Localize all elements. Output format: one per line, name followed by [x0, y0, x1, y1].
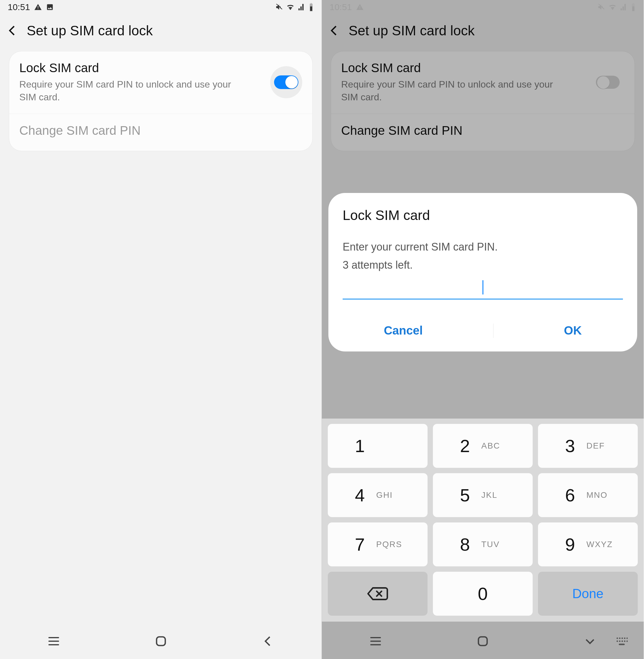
phone-screen-1: 10:51 Set up SIM card lock Lock SIM card…	[0, 0, 322, 659]
change-pin-row[interactable]: Change SIM card PIN	[9, 114, 312, 151]
page-title: Set up SIM card lock	[27, 23, 153, 39]
lock-sim-title: Lock SIM card	[19, 61, 245, 75]
back-icon[interactable]	[6, 24, 19, 37]
keyboard-switch-button[interactable]	[613, 632, 630, 650]
recents-button[interactable]	[367, 632, 385, 650]
change-pin-title: Change SIM card PIN	[19, 123, 302, 138]
warning-icon	[34, 3, 42, 11]
battery-icon	[308, 3, 314, 11]
pin-input[interactable]	[343, 276, 623, 300]
key-3[interactable]: 3DEF	[538, 424, 638, 468]
key-backspace[interactable]	[328, 572, 428, 616]
nav-bar	[0, 623, 322, 659]
svg-point-10	[624, 641, 626, 642]
key-4[interactable]: 4GHI	[328, 473, 428, 517]
ok-button[interactable]: OK	[552, 317, 594, 344]
svg-point-5	[624, 638, 626, 639]
app-bar: Set up SIM card lock	[0, 14, 322, 47]
lock-sim-subtitle: Require your SIM card PIN to unlock and …	[19, 78, 245, 103]
settings-card: Lock SIM card Require your SIM card PIN …	[9, 51, 313, 151]
status-time: 10:51	[8, 2, 30, 12]
home-button[interactable]	[152, 632, 170, 650]
key-8[interactable]: 8TUV	[433, 522, 533, 566]
recents-button[interactable]	[45, 632, 63, 650]
divider	[493, 324, 493, 338]
svg-rect-0	[157, 637, 165, 645]
status-bar: 10:51	[0, 0, 322, 14]
home-button[interactable]	[474, 632, 492, 650]
key-0[interactable]: 0	[433, 572, 533, 616]
numeric-keypad: 1 2ABC 3DEF 4GHI 5JKL 6MNO 7PQRS 8TUV 9W…	[322, 419, 644, 621]
svg-point-3	[619, 638, 621, 639]
lock-sim-toggle[interactable]	[270, 66, 302, 98]
dialog-message-line2: 3 attempts left.	[343, 258, 623, 273]
back-button[interactable]	[259, 632, 277, 650]
ime-hide-button[interactable]	[581, 632, 599, 650]
svg-point-8	[619, 641, 621, 642]
pin-dialog: Lock SIM card Enter your current SIM car…	[328, 193, 637, 351]
lock-sim-row[interactable]: Lock SIM card Require your SIM card PIN …	[9, 51, 312, 114]
svg-point-6	[626, 638, 628, 639]
signal-icon	[298, 3, 305, 11]
svg-point-9	[621, 641, 623, 642]
svg-point-2	[617, 638, 618, 639]
dialog-title: Lock SIM card	[343, 207, 623, 223]
svg-point-11	[626, 641, 628, 642]
key-7[interactable]: 7PQRS	[328, 522, 428, 566]
svg-rect-1	[478, 637, 487, 645]
key-2[interactable]: 2ABC	[433, 424, 533, 468]
dialog-message-line1: Enter your current SIM card PIN.	[343, 240, 623, 254]
backspace-icon	[366, 586, 389, 602]
key-done[interactable]: Done	[538, 572, 638, 616]
phone-screen-2: 10:51 Set up SIM card lock Lock SIM card…	[322, 0, 644, 659]
svg-point-7	[617, 641, 618, 642]
key-1[interactable]: 1	[328, 424, 428, 468]
key-9[interactable]: 9WXYZ	[538, 522, 638, 566]
mute-icon	[275, 3, 283, 11]
wifi-icon	[286, 3, 295, 11]
svg-rect-12	[619, 643, 625, 645]
key-6[interactable]: 6MNO	[538, 473, 638, 517]
cancel-button[interactable]: Cancel	[372, 317, 435, 344]
nav-bar	[322, 623, 644, 659]
key-5[interactable]: 5JKL	[433, 473, 533, 517]
image-icon	[46, 3, 54, 11]
svg-point-4	[621, 638, 623, 639]
